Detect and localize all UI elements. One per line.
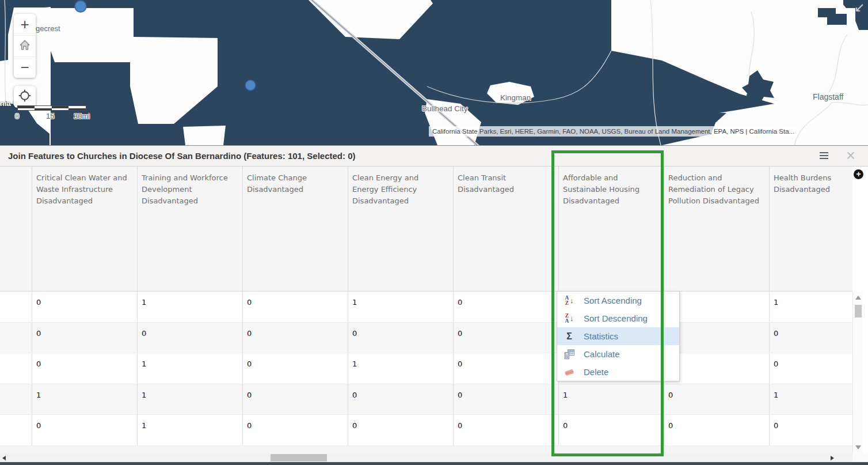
- grid-body: 0101010000000101001100010101000000: [0, 292, 852, 453]
- menu-item-calculate[interactable]: Calculate: [557, 345, 679, 363]
- map-point-marker: [75, 1, 86, 12]
- table-row-3[interactable]: 010100: [0, 353, 852, 384]
- menu-item-delete[interactable]: Delete: [557, 363, 679, 381]
- table-cell: 0: [348, 323, 453, 353]
- scroll-up-icon[interactable]: [855, 296, 861, 300]
- table-cell: 0: [348, 415, 453, 445]
- table-cell: 0: [453, 323, 558, 353]
- column-header-2[interactable]: Climate Change Disadvantaged: [242, 167, 348, 291]
- home-button[interactable]: [14, 35, 36, 56]
- table-cell: 0: [453, 384, 558, 415]
- scale-max: 30mi: [74, 112, 90, 120]
- map-label-bullhead-city: Bullhead City: [422, 104, 468, 113]
- scroll-down-icon[interactable]: [855, 445, 861, 449]
- zoom-out-button[interactable]: −: [14, 56, 36, 78]
- map-point-marker: [245, 80, 256, 90]
- row-selector-cell[interactable]: [0, 415, 32, 445]
- esri-logo: esri: [827, 119, 852, 137]
- horizontal-scrollbar[interactable]: [0, 453, 852, 462]
- table-row-2[interactable]: 000000: [0, 323, 852, 354]
- table-options-icon[interactable]: [818, 150, 829, 162]
- row-selector-cell[interactable]: [0, 384, 32, 415]
- close-icon[interactable]: ×: [842, 146, 859, 167]
- table-cell: 1: [348, 353, 453, 384]
- column-header-4[interactable]: Clean Transit Disadvantaged: [453, 167, 558, 291]
- map-label-kingman: Kingman: [500, 93, 531, 102]
- table-cell: 0: [558, 415, 664, 445]
- table-cell: 1: [137, 384, 242, 415]
- row-selector-column: [0, 167, 32, 291]
- table-cell: 0: [32, 323, 137, 353]
- table-cell: 0: [242, 353, 348, 384]
- zoom-control: + −: [14, 14, 36, 78]
- table-cell: 1: [137, 353, 242, 384]
- column-context-menu: AZ↓Sort AscendingZA↓Sort DescendingΣStat…: [557, 291, 680, 381]
- table-cell: 1: [769, 292, 852, 322]
- table-cell: 0: [32, 292, 137, 322]
- grid-header-row: Critical Clean Water and Waste Infrastru…: [0, 167, 852, 292]
- scrollbar-corner: [852, 453, 868, 462]
- table-cell: 1: [558, 384, 664, 415]
- table-cell: 0: [242, 323, 348, 353]
- table-cell: 0: [32, 415, 137, 445]
- calculate-icon: [564, 349, 574, 360]
- menu-item-label: Sort Ascending: [584, 296, 642, 305]
- horizontal-scroll-thumb[interactable]: [271, 454, 327, 462]
- collapse-arrow-icon[interactable]: ↙: [854, 0, 865, 15]
- table-row-5[interactable]: 01000000: [0, 415, 852, 446]
- sort-ascending-icon: AZ↓: [564, 296, 574, 306]
- attribute-table-panel: Join Features to Churches in Diocese Of …: [0, 145, 868, 462]
- table-row-4[interactable]: 11000101: [0, 384, 852, 415]
- column-header-0[interactable]: Critical Clean Water and Waste Infrastru…: [32, 167, 137, 291]
- table-cell: 0: [769, 353, 852, 384]
- table-cell: 0: [664, 415, 769, 445]
- column-header-6[interactable]: Reduction and Remediation of Legacy Poll…: [664, 167, 769, 291]
- table-title: Join Features to Churches in Diocese Of …: [8, 146, 356, 167]
- locate-button[interactable]: [14, 86, 36, 108]
- menu-item-label: Sort Descending: [584, 313, 648, 323]
- scale-mid: 15: [46, 112, 54, 120]
- vertical-scrollbar[interactable]: [852, 292, 863, 453]
- row-selector-cell[interactable]: [0, 292, 32, 322]
- map-attribution: California State Parks, Esri, HERE, Garm…: [429, 126, 798, 137]
- map-label-ridgecrest: gecrest: [36, 24, 60, 33]
- table-cell: 1: [137, 415, 242, 445]
- table-cell: 0: [453, 415, 558, 445]
- table-cell: 0: [242, 384, 348, 415]
- table-row-1[interactable]: 010101: [0, 292, 852, 323]
- map-view[interactable]: gecrest Bullhead City Kingman Flagstaff …: [0, 0, 868, 145]
- menu-item-sort-descending[interactable]: ZA↓Sort Descending: [557, 309, 679, 327]
- menu-item-statistics[interactable]: ΣStatistics: [557, 327, 679, 345]
- table-cell: 0: [242, 415, 348, 445]
- map-label-flagstaff: Flagstaff: [813, 92, 843, 101]
- row-selector-cell[interactable]: [0, 323, 32, 353]
- statistics-icon: Σ: [564, 331, 574, 342]
- scroll-right-icon[interactable]: [831, 456, 834, 460]
- table-cell: 1: [137, 292, 242, 322]
- column-header-3[interactable]: Clean Energy and Energy Efficiency Disad…: [348, 167, 453, 291]
- locate-icon: [18, 89, 32, 105]
- column-header-7[interactable]: Health Burdens Disadvantaged: [769, 167, 852, 291]
- menu-item-label: Delete: [584, 367, 608, 377]
- table-cell: 1: [348, 292, 453, 322]
- basemap-canvas: [0, 0, 868, 145]
- vertical-scroll-thumb[interactable]: [855, 305, 862, 317]
- zoom-in-button[interactable]: +: [14, 14, 36, 35]
- column-header-1[interactable]: Training and Workforce Development Disad…: [137, 167, 242, 291]
- menu-item-label: Statistics: [584, 331, 618, 341]
- menu-item-sort-ascending[interactable]: AZ↓Sort Ascending: [557, 292, 679, 309]
- table-cell: 1: [32, 384, 137, 415]
- table-cell: 0: [664, 384, 769, 415]
- column-header-5[interactable]: Affordable and Sustainable Housing Disad…: [558, 167, 664, 291]
- table-cell: 0: [453, 292, 558, 322]
- row-selector-cell[interactable]: [0, 353, 32, 384]
- home-icon: [18, 37, 31, 55]
- table-cell: 0: [453, 353, 558, 384]
- table-titlebar: Join Features to Churches in Diocese Of …: [0, 146, 868, 167]
- scale-zero: 0: [15, 112, 19, 120]
- delete-icon: [564, 367, 574, 377]
- menu-item-label: Calculate: [584, 349, 620, 359]
- scroll-left-icon[interactable]: [2, 456, 6, 460]
- add-field-button[interactable]: +: [854, 169, 863, 179]
- table-row-partial: [0, 446, 852, 454]
